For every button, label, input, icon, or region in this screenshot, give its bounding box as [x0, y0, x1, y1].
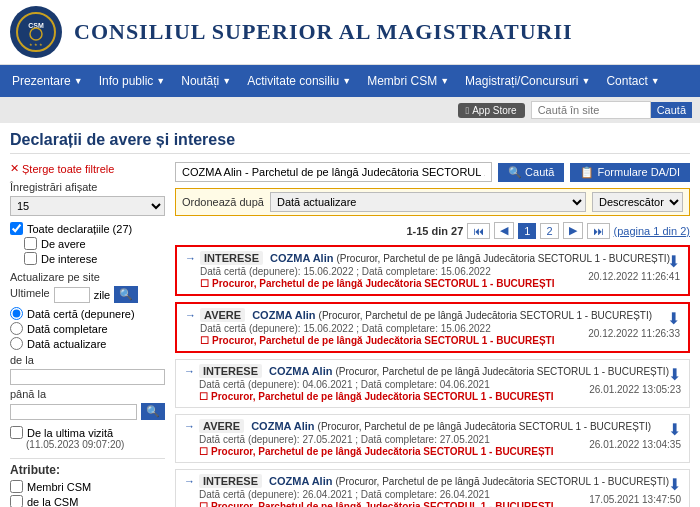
result-org2-text: Procuror, Parchetul de pe lângă Judecăto…: [212, 335, 555, 346]
app-store-button[interactable]:  App Store: [458, 103, 525, 118]
visita-check[interactable]: [10, 426, 23, 439]
result-row: → INTERESE COZMA Alin (Procuror, Parchet…: [185, 252, 680, 289]
arrow-icon: →: [184, 475, 195, 487]
result-updated: 26.01.2022 13:05:23: [589, 384, 681, 395]
sort-row: Ordonează după Dată actualizare Dată cer…: [175, 188, 690, 216]
update-search-button[interactable]: 🔍: [114, 286, 138, 303]
site-search-input[interactable]: [531, 101, 651, 119]
result-icon[interactable]: ⬇: [588, 309, 680, 328]
arrow-icon: →: [184, 420, 195, 432]
date-search-button[interactable]: 🔍: [141, 403, 165, 420]
result-row: → INTERESE COZMA Alin (Procuror, Parchet…: [184, 475, 681, 507]
atribute-csm-check[interactable]: [10, 495, 23, 507]
result-org2-text: Procuror, Parchetul de pe lângă Judecăto…: [211, 391, 554, 402]
result-right: ⬇ 17.05.2021 13:47:50: [589, 475, 681, 505]
content-search-input[interactable]: [175, 162, 492, 182]
site-search-wrap: Caută: [531, 101, 692, 119]
arrow-icon: →: [185, 309, 196, 321]
radio-data-certa[interactable]: Dată certă (depunere): [10, 307, 165, 320]
atribute-csm-check-row[interactable]: de la CSM: [10, 495, 165, 507]
first-page-button[interactable]: ⏮: [467, 223, 490, 239]
records-select[interactable]: 15 25 50: [10, 196, 165, 216]
svg-text:★ ★ ★: ★ ★ ★: [29, 42, 43, 47]
result-icon[interactable]: ⬇: [589, 420, 681, 439]
clear-filters-button[interactable]: ✕ Șterge toate filtrele: [10, 162, 165, 175]
result-row: → AVERE COZMA Alin (Procuror, Parchetul …: [185, 309, 680, 346]
result-icon[interactable]: ⬇: [589, 365, 681, 384]
nav-info-public[interactable]: Info public ▼: [91, 65, 174, 97]
page1-button[interactable]: 1: [518, 223, 536, 239]
date-to-row: 🔍: [10, 403, 165, 420]
radio-data-actualizare-input[interactable]: [10, 337, 23, 350]
result-item[interactable]: → AVERE COZMA Alin (Procuror, Parchetul …: [175, 414, 690, 463]
update-label: Actualizare pe site: [10, 271, 165, 283]
atribute-membri-check[interactable]: [10, 480, 23, 493]
nav-contact[interactable]: Contact ▼: [598, 65, 667, 97]
result-item[interactable]: → INTERESE COZMA Alin (Procuror, Parchet…: [175, 245, 690, 296]
nav-membri[interactable]: Membri CSM ▼: [359, 65, 457, 97]
result-org2-text: Procuror, Parchetul de pe lângă Judecăto…: [211, 501, 554, 507]
result-name: COZMA Alin: [269, 475, 332, 487]
date-range-section: de la până la 🔍: [10, 354, 165, 420]
main-page: Declarații de avere și interese ✕ Șterge…: [0, 123, 700, 507]
result-name: COZMA Alin: [252, 309, 315, 321]
next-page-button[interactable]: ▶: [563, 222, 583, 239]
update-days-input[interactable]: [54, 287, 90, 303]
result-updated: 20.12.2022 11:26:41: [588, 271, 680, 282]
page-of-label[interactable]: (pagina 1 din 2): [614, 225, 690, 237]
result-org2-text: Procuror, Parchetul de pe lângă Judecăto…: [211, 446, 554, 457]
chevron-down-icon: ▼: [222, 76, 231, 86]
result-right: ⬇ 26.01.2022 13:04:35: [589, 420, 681, 450]
nav-activitate[interactable]: Activitate consiliu ▼: [239, 65, 359, 97]
date-from-input[interactable]: [10, 369, 165, 385]
visita-checkbox-row[interactable]: De la ultima vizită: [10, 426, 165, 439]
cauta-button[interactable]: 🔍 Caută: [498, 163, 564, 182]
content-search-row: 🔍 Caută 📋 Formulare DA/DI: [175, 162, 690, 182]
chevron-down-icon: ▼: [74, 76, 83, 86]
avere-checkbox[interactable]: De avere: [24, 237, 165, 250]
radio-data-certa-input[interactable]: [10, 307, 23, 320]
atribute-membri-check-row[interactable]: Membri CSM: [10, 480, 165, 493]
result-icon[interactable]: ⬇: [589, 475, 681, 494]
page-range: 1-15 din 27: [406, 225, 463, 237]
x-icon: ✕: [10, 162, 19, 175]
result-name: COZMA Alin: [270, 252, 333, 264]
site-search-button[interactable]: Caută: [651, 102, 692, 118]
all-declarations-check[interactable]: [10, 222, 23, 235]
main-layout: ✕ Șterge toate filtrele Înregistrări afi…: [10, 162, 690, 507]
radio-data-completare-input[interactable]: [10, 322, 23, 335]
last-page-button[interactable]: ⏭: [587, 223, 610, 239]
date-to-input[interactable]: [10, 404, 137, 420]
radio-data-completare[interactable]: Dată completare: [10, 322, 165, 335]
chevron-down-icon: ▼: [342, 76, 351, 86]
formulare-button[interactable]: 📋 Formulare DA/DI: [570, 163, 690, 182]
result-updated: 20.12.2022 11:26:33: [588, 328, 680, 339]
result-right: ⬇ 20.12.2022 11:26:41: [588, 252, 680, 282]
arrow-icon: →: [184, 365, 195, 377]
sort-dir-select[interactable]: Descrescător Crescător: [592, 192, 683, 212]
result-updated: 26.01.2022 13:04:35: [589, 439, 681, 450]
nav-magistrati[interactable]: Magistrați/Concursuri ▼: [457, 65, 598, 97]
interese-check[interactable]: [24, 252, 37, 265]
result-org2-text: Procuror, Parchetul de pe lângă Judecăto…: [212, 278, 555, 289]
visita-section: De la ultima vizită (11.05.2023 09:07:20…: [10, 426, 165, 450]
records-label: Înregistrări afișate: [10, 181, 165, 193]
page2-button[interactable]: 2: [540, 223, 558, 239]
result-item[interactable]: → INTERESE COZMA Alin (Procuror, Parchet…: [175, 359, 690, 408]
nav-prezentare[interactable]: Prezentare ▼: [4, 65, 91, 97]
result-item[interactable]: → INTERESE COZMA Alin (Procuror, Parchet…: [175, 469, 690, 507]
logo-svg: CSM ★ ★ ★: [16, 12, 56, 52]
result-type-badge: INTERESE: [199, 364, 262, 378]
sort-select[interactable]: Dată actualizare Dată certă Dată complet…: [270, 192, 586, 212]
result-icon[interactable]: ⬇: [588, 252, 680, 271]
avere-check[interactable]: [24, 237, 37, 250]
nav-noutati[interactable]: Noutăți ▼: [173, 65, 239, 97]
interese-checkbox[interactable]: De interese: [24, 252, 165, 265]
declaration-type-section: Toate declarațiile (27) De avere De inte…: [10, 222, 165, 265]
main-nav: Prezentare ▼ Info public ▼ Noutăți ▼ Act…: [0, 65, 700, 97]
result-item[interactable]: → AVERE COZMA Alin (Procuror, Parchetul …: [175, 302, 690, 353]
radio-data-actualizare[interactable]: Dată actualizare: [10, 337, 165, 350]
all-declarations-checkbox[interactable]: Toate declarațiile (27): [10, 222, 165, 235]
prev-page-button[interactable]: ◀: [494, 222, 514, 239]
checkbox-icon: ☐: [200, 278, 209, 289]
